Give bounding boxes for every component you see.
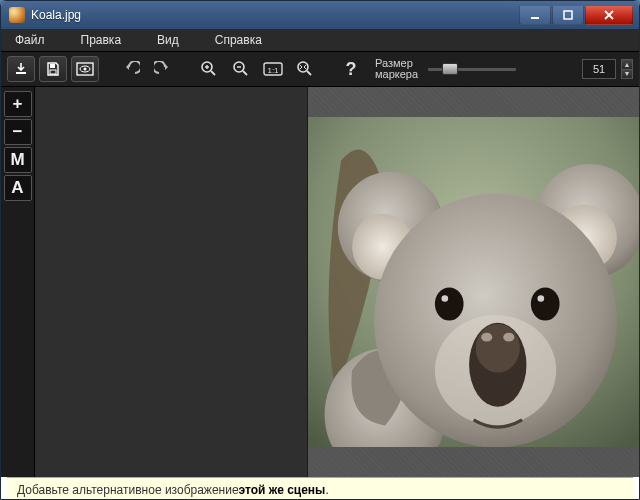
workarea: + − M A bbox=[1, 87, 639, 477]
fit-screen-icon bbox=[296, 60, 314, 78]
app-window: Koala.jpg Файл Правка Вид Справка bbox=[0, 0, 640, 500]
svg-point-26 bbox=[476, 324, 520, 373]
svg-point-12 bbox=[298, 62, 308, 72]
status-suffix: . bbox=[325, 483, 328, 497]
download-button[interactable] bbox=[7, 56, 35, 82]
menu-help[interactable]: Справка bbox=[207, 30, 290, 50]
window-controls bbox=[518, 6, 633, 25]
svg-point-23 bbox=[531, 288, 560, 321]
app-icon bbox=[9, 7, 25, 23]
zoom-out-button[interactable] bbox=[227, 56, 255, 82]
redo-button[interactable] bbox=[149, 56, 177, 82]
download-icon bbox=[13, 61, 29, 77]
svg-rect-2 bbox=[16, 72, 26, 74]
koala-image bbox=[308, 117, 639, 447]
svg-rect-0 bbox=[531, 17, 539, 19]
maximize-icon bbox=[563, 10, 573, 20]
marker-size-value[interactable]: 51 bbox=[582, 59, 616, 79]
spinner-down[interactable]: ▼ bbox=[621, 69, 633, 80]
help-button[interactable]: ? bbox=[337, 56, 365, 82]
statusbar: Добавьте альтернативное изображение этой… bbox=[7, 477, 633, 500]
menu-file[interactable]: Файл bbox=[7, 30, 73, 50]
slider-thumb[interactable] bbox=[442, 63, 458, 75]
marker-size-label: Размер маркера bbox=[375, 58, 418, 80]
titlebar[interactable]: Koala.jpg bbox=[1, 1, 639, 29]
actual-size-icon: 1:1 bbox=[263, 61, 283, 77]
undo-button[interactable] bbox=[117, 56, 145, 82]
brush-increase-button[interactable]: + bbox=[4, 91, 32, 117]
minimize-button[interactable] bbox=[519, 6, 551, 25]
svg-rect-4 bbox=[50, 70, 56, 74]
marker-size-spinner: ▲ ▼ bbox=[621, 59, 633, 79]
redo-icon bbox=[154, 61, 172, 77]
svg-rect-1 bbox=[564, 11, 572, 19]
save-button[interactable] bbox=[39, 56, 67, 82]
menu-edit[interactable]: Правка bbox=[73, 30, 150, 50]
save-icon bbox=[45, 61, 61, 77]
right-panel[interactable] bbox=[308, 87, 639, 477]
svg-point-28 bbox=[503, 333, 514, 342]
image-viewport[interactable] bbox=[308, 117, 639, 447]
side-toolbar: + − M A bbox=[1, 87, 35, 477]
undo-icon bbox=[122, 61, 140, 77]
svg-point-27 bbox=[481, 333, 492, 342]
maximize-button[interactable] bbox=[552, 6, 584, 25]
preview-icon bbox=[76, 62, 94, 76]
brush-decrease-button[interactable]: − bbox=[4, 119, 32, 145]
menubar: Файл Правка Вид Справка bbox=[1, 29, 639, 51]
zoom-in-button[interactable] bbox=[195, 56, 223, 82]
svg-point-21 bbox=[435, 288, 464, 321]
marker-size-slider[interactable] bbox=[428, 62, 516, 76]
mode-a-button[interactable]: A bbox=[4, 175, 32, 201]
status-bold: этой же сцены bbox=[239, 483, 326, 497]
svg-point-7 bbox=[84, 68, 87, 71]
minimize-icon bbox=[530, 10, 540, 20]
status-prefix: Добавьте альтернативное изображение bbox=[17, 483, 239, 497]
zoom-out-icon bbox=[232, 60, 250, 78]
fit-screen-button[interactable] bbox=[291, 56, 319, 82]
spinner-up[interactable]: ▲ bbox=[621, 59, 633, 69]
svg-point-22 bbox=[442, 295, 449, 302]
zoom-in-icon bbox=[200, 60, 218, 78]
preview-button[interactable] bbox=[71, 56, 99, 82]
left-panel bbox=[35, 87, 308, 477]
svg-rect-3 bbox=[50, 64, 55, 68]
svg-text:1:1: 1:1 bbox=[267, 66, 279, 75]
svg-point-24 bbox=[537, 295, 544, 302]
close-icon bbox=[603, 10, 615, 20]
mode-m-button[interactable]: M bbox=[4, 147, 32, 173]
close-button[interactable] bbox=[585, 6, 633, 25]
actual-size-button[interactable]: 1:1 bbox=[259, 56, 287, 82]
toolbar: 1:1 ? Размер маркера 51 ▲ ▼ bbox=[1, 51, 639, 87]
window-title: Koala.jpg bbox=[31, 8, 518, 22]
menu-view[interactable]: Вид bbox=[149, 30, 207, 50]
help-icon: ? bbox=[346, 59, 357, 80]
marker-label-line2: маркера bbox=[375, 69, 418, 80]
